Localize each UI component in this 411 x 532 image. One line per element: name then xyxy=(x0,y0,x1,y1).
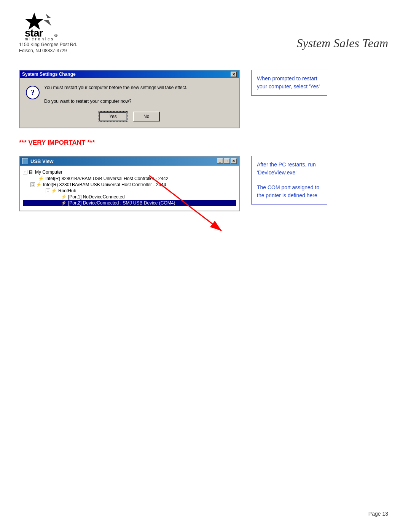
usb-window-buttons: _ □ ✕ xyxy=(217,158,237,164)
address-line1: 1150 King Georges Post Rd. xyxy=(19,42,103,47)
usb-titlebar: USB View _ □ ✕ xyxy=(20,157,239,166)
roothub-icon: ⚡ xyxy=(51,188,57,193)
usb-minimize-button[interactable]: _ xyxy=(217,158,223,164)
page-header: star micronics R 1150 King Georges Post … xyxy=(0,0,411,58)
port2-label: [Port2] DeviceConnected : SMJ USB Device… xyxy=(68,200,175,206)
dialog-body: ? You must restart your computer before … xyxy=(20,78,239,128)
svg-text:R: R xyxy=(56,35,57,37)
tree-row-roothub[interactable]: □ ⚡ RootHub xyxy=(23,188,236,194)
dialog-close-button[interactable]: ✕ xyxy=(231,72,237,77)
svg-text:micronics: micronics xyxy=(25,37,54,41)
dialog-message2: Do you want to restart your computer now… xyxy=(44,99,131,104)
address-line2: Edison, NJ 08837-3729 xyxy=(19,48,103,53)
annotation-box-2: After the PC restarts, run 'DeviceView.e… xyxy=(251,156,327,204)
yes-button[interactable]: Yes xyxy=(99,112,127,121)
usb-close-button[interactable]: ✕ xyxy=(231,158,237,164)
annotation-box-1: When prompted to restart your computer, … xyxy=(251,70,327,96)
usb-titlebar-left: USB View xyxy=(22,158,53,164)
annotation-text-2-line1: After the PC restarts, run 'DeviceView.e… xyxy=(257,161,322,177)
tree-row-port2[interactable]: ⚡ [Port2] DeviceConnected : SMJ USB Devi… xyxy=(23,200,236,206)
very-important-label: *** VERY IMPORTANT *** xyxy=(19,139,388,147)
usb-hub-icon-2444: ⚡ xyxy=(36,182,41,187)
intel-2442-label: Intel(R) 82801BA/BAM USB Universal Host … xyxy=(45,176,168,181)
tree-row-intel-2442[interactable]: ⚡ Intel(R) 82801BA/BAM USB Universal Hos… xyxy=(23,176,236,182)
star-micronics-logo: star micronics R xyxy=(19,11,103,41)
usb-app-icon xyxy=(22,158,28,164)
port2-icon: ⚡ xyxy=(61,200,67,206)
dialog-message: You must restart your computer before th… xyxy=(44,84,187,105)
port1-icon: ⚡ xyxy=(61,194,67,200)
no-button[interactable]: No xyxy=(133,112,160,121)
intel-2444-label: Intel(R) 82801BA/BAM USB Universal Host … xyxy=(43,182,166,187)
tree-row-intel-2444[interactable]: □ ⚡ Intel(R) 82801BA/BAM USB Universal H… xyxy=(23,182,236,188)
usb-view-window: USB View _ □ ✕ □ 🖥 My Computer xyxy=(19,156,240,211)
company-title: System Sales Team xyxy=(296,36,388,50)
usb-body: □ 🖥 My Computer ⚡ Intel(R) 82801BA/BAM U… xyxy=(20,166,239,211)
dialog-row: System Settings Change ✕ ? You must rest… xyxy=(19,70,388,128)
usb-maximize-button[interactable]: □ xyxy=(224,158,230,164)
dialog-buttons: Yes No xyxy=(26,112,233,121)
page-number: Page 13 xyxy=(368,511,388,517)
system-settings-dialog: System Settings Change ✕ ? You must rest… xyxy=(19,70,240,128)
logo-area: star micronics R 1150 King Georges Post … xyxy=(19,11,103,53)
usb-hub-icon-2442: ⚡ xyxy=(38,176,44,181)
dialog-content: ? You must restart your computer before … xyxy=(26,84,233,105)
question-icon: ? xyxy=(26,86,40,99)
tree-row-my-computer[interactable]: □ 🖥 My Computer xyxy=(23,169,236,176)
annotation-text-1: When prompted to restart your computer, … xyxy=(257,75,320,89)
roothub-label: RootHub xyxy=(58,188,76,193)
usb-title-text: USB View xyxy=(30,158,53,164)
computer-icon: 🖥 xyxy=(28,169,33,175)
expand-my-computer[interactable]: □ xyxy=(23,170,27,174)
annotation-text-2-line2: The COM port assigned to the printer is … xyxy=(257,184,322,200)
main-content: System Settings Change ✕ ? You must rest… xyxy=(0,58,411,223)
port1-label: [Port1] NoDeviceConnected xyxy=(68,194,125,200)
my-computer-label: My Computer xyxy=(35,169,62,175)
tree-row-port1[interactable]: ⚡ [Port1] NoDeviceConnected xyxy=(23,194,236,200)
dialog-message1: You must restart your computer before th… xyxy=(44,85,187,90)
expand-roothub[interactable]: □ xyxy=(46,189,50,193)
dialog-titlebar: System Settings Change ✕ xyxy=(20,70,239,78)
expand-intel-2444[interactable]: □ xyxy=(30,182,35,187)
usb-view-row: USB View _ □ ✕ □ 🖥 My Computer xyxy=(19,156,388,211)
dialog-title: System Settings Change xyxy=(22,72,76,77)
